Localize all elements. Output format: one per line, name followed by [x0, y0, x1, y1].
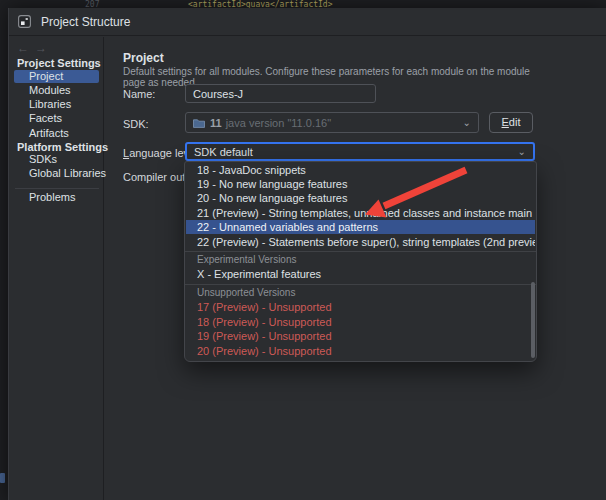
dropdown-item-18-unsupported[interactable]: 18 (Preview) - Unsupported — [186, 315, 535, 329]
jdk-folder-icon — [193, 118, 205, 128]
sdk-version: 11 — [210, 117, 222, 129]
sidebar-item-problems[interactable]: Problems — [9, 191, 104, 204]
dropdown-scrollbar-thumb[interactable] — [531, 282, 535, 358]
sidebar-item-sdks[interactable]: SDKs — [9, 153, 104, 166]
sidebar-item-modules[interactable]: Modules — [9, 84, 104, 97]
sdk-detail: java version "11.0.16" — [226, 117, 331, 129]
dropdown-item-19[interactable]: 19 - No new language features — [186, 177, 535, 191]
dropdown-header-experimental: Experimental Versions — [186, 254, 535, 266]
dropdown-item-x-experimental[interactable]: X - Experimental features — [186, 267, 535, 281]
sidebar-item-global-libraries[interactable]: Global Libraries — [9, 167, 104, 180]
background-accent — [0, 473, 5, 483]
sidebar-item-project[interactable]: Project — [14, 70, 99, 83]
nav-arrows: ←→ — [17, 41, 53, 55]
language-level-combobox[interactable]: SDK default ⌄ — [185, 142, 535, 161]
sidebar-item-facets[interactable]: Facets — [9, 112, 104, 125]
edit-button[interactable]: Edit — [489, 112, 533, 133]
forward-icon[interactable]: → — [35, 41, 53, 55]
intellij-dialog-icon — [18, 15, 31, 28]
sidebar: ←→ Project Settings Project Modules Libr… — [9, 37, 104, 500]
sdk-label: SDK: — [123, 118, 149, 130]
sdk-combobox[interactable]: 11 java version "11.0.16" ⌄ — [185, 112, 479, 133]
sidebar-item-libraries[interactable]: Libraries — [9, 98, 104, 111]
dropdown-item-20-unsupported[interactable]: 20 (Preview) - Unsupported — [186, 344, 535, 358]
page-title: Project — [123, 51, 164, 65]
dropdown-item-17-unsupported[interactable]: 17 (Preview) - Unsupported — [186, 300, 535, 314]
dropdown-divider — [185, 251, 536, 252]
name-input[interactable] — [185, 84, 376, 103]
chevron-down-icon: ⌄ — [463, 119, 471, 127]
project-structure-dialog: Project Structure ←→ Project Settings Pr… — [8, 8, 606, 500]
dialog-title: Project Structure — [41, 15, 130, 29]
sidebar-header-project-settings: Project Settings — [9, 57, 104, 70]
dropdown-divider — [185, 284, 536, 285]
language-level-value: SDK default — [194, 146, 253, 158]
dropdown-item-22-preview[interactable]: 22 (Preview) - Statements before super()… — [186, 235, 535, 249]
dropdown-item-20[interactable]: 20 - No new language features — [186, 191, 535, 205]
dropdown-header-unsupported: Unsupported Versions — [186, 287, 535, 299]
name-label: Name: — [123, 88, 155, 100]
sidebar-item-artifacts[interactable]: Artifacts — [9, 127, 104, 140]
dropdown-item-19-unsupported[interactable]: 19 (Preview) - Unsupported — [186, 329, 535, 343]
language-level-dropdown: 18 - JavaDoc snippets 19 - No new langua… — [184, 161, 537, 362]
sidebar-divider — [15, 188, 99, 189]
dropdown-item-18[interactable]: 18 - JavaDoc snippets — [186, 163, 535, 177]
dialog-titlebar: Project Structure — [9, 8, 606, 36]
background-left-strip — [0, 9, 8, 500]
chevron-down-icon: ⌄ — [518, 148, 526, 156]
dropdown-item-22-selected[interactable]: 22 - Unnamed variables and patterns — [186, 220, 535, 234]
dropdown-item-21-preview[interactable]: 21 (Preview) - String templates, unnamed… — [186, 206, 535, 220]
back-icon[interactable]: ← — [17, 41, 35, 55]
